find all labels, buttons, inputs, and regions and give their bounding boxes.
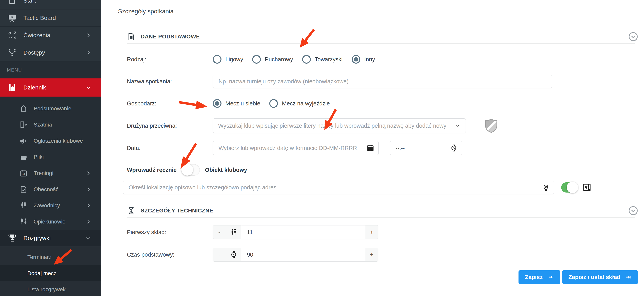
time-field: [390, 141, 462, 155]
main-content: Szczegóły spotkania DANE PODSTAWOWE Rodz…: [101, 0, 644, 296]
dziennik-submenu: Podsumowanie Szatnia Ogłoszenia klubowe …: [0, 97, 101, 230]
field-label: Pierwszy skład:: [127, 229, 213, 235]
sidebar-item-label: Obecność: [34, 186, 58, 193]
location-mode-toggle[interactable]: [182, 164, 200, 176]
sidebar-item-pliki[interactable]: Pliki: [0, 149, 101, 165]
radio-mecz-u-siebie[interactable]: Mecz u siebie: [213, 99, 260, 108]
radio-inny[interactable]: Inny: [352, 55, 375, 64]
stepper-decrement-button[interactable]: -: [213, 248, 226, 261]
radio-pucharowy[interactable]: Pucharowy: [252, 55, 293, 64]
stepper-increment-button[interactable]: +: [365, 248, 378, 261]
save-button[interactable]: Zapisz: [518, 270, 560, 284]
sidebar-item-opiekunowie[interactable]: Opiekunowie: [0, 214, 101, 230]
radio-mecz-na-wyjezdzie[interactable]: Mecz na wyjeździe: [269, 99, 330, 108]
date-field: [213, 141, 379, 155]
match-name-input[interactable]: [213, 75, 552, 88]
collapse-circle-icon[interactable]: [628, 206, 638, 216]
sidebar-item-treningi[interactable]: 31 Treningi: [0, 165, 101, 181]
club-object-label: Obiekt klubowy: [205, 167, 247, 173]
radio-dot[interactable]: [213, 55, 222, 64]
chevron-right-icon: [85, 186, 91, 192]
book-icon: [7, 83, 18, 92]
drive-icon: [19, 153, 28, 161]
form-actions: Zapisz Zapisz i ustal skład: [127, 270, 638, 284]
sidebar-item-label: Tactic Board: [24, 15, 56, 21]
sidebar-item-tactic-board[interactable]: Tactic Board: [0, 10, 101, 27]
section-title: SZCZEGÓŁY TECHNICZNE: [141, 208, 213, 214]
sidebar-item-dostepy[interactable]: Dostępy: [0, 44, 101, 62]
sidebar-item-label: Rozgrywki: [24, 235, 50, 241]
save-and-squad-button-label: Zapisz i ustal skład: [568, 274, 620, 280]
sidebar-item-label: Pliki: [34, 154, 44, 160]
section-header-basic: DANE PODSTAWOWE: [127, 32, 638, 42]
sidebar-item-start[interactable]: Start: [0, 0, 101, 10]
map-book-icon[interactable]: [582, 183, 592, 192]
sidebar-item-podsumowanie[interactable]: Podsumowanie: [0, 100, 101, 117]
chevron-down-icon: [455, 123, 460, 128]
field-nazwa: Nazwa spotkania:: [127, 75, 638, 88]
sidebar-item-terminarz[interactable]: Terminarz: [0, 249, 101, 265]
sidebar-item-dodaj-mecz[interactable]: Dodaj mecz: [0, 265, 101, 281]
squad-size-stepper: - +: [213, 225, 378, 239]
field-pierwszy-sklad: Pierwszy skład: - +: [127, 225, 638, 239]
sidebar-item-rozgrywki[interactable]: Rozgrywki: [0, 230, 101, 246]
squad-size-input[interactable]: [241, 225, 365, 239]
field-rodzaj: Rodzaj: Ligowy Pucharowy Towarzyski Inny: [127, 50, 638, 68]
radio-towarzyski[interactable]: Towarzyski: [302, 55, 343, 64]
document-icon: [127, 32, 136, 41]
megaphone-icon: [19, 137, 28, 145]
field-gospodarz: Gospodarz: Mecz u siebie Mecz na wyjeźdz…: [127, 95, 638, 112]
sidebar-item-zawodnicy[interactable]: Zawodnicy: [0, 198, 101, 214]
sidebar-item-obecnosc[interactable]: Obecność: [0, 181, 101, 198]
sidebar-item-label: Podsumowanie: [34, 105, 71, 112]
sidebar-item-label: Terminarz: [27, 254, 52, 260]
radio-label: Mecz u siebie: [226, 100, 260, 107]
sidebar-menu-label: MENU: [0, 62, 101, 78]
radio-dot-selected[interactable]: [352, 55, 360, 64]
field-label: Nazwa spotkania:: [127, 78, 213, 85]
calendar-31-icon: 31: [19, 169, 28, 177]
date-input[interactable]: [213, 141, 379, 155]
sidebar-item-lista-rozgrywek[interactable]: Lista rozgrywek: [0, 281, 101, 296]
radio-dot[interactable]: [302, 55, 311, 64]
stepper-increment-button[interactable]: +: [365, 225, 378, 239]
chevron-right-icon: [85, 219, 91, 225]
field-czas-podstawowy: Czas podstawowy: - +: [127, 248, 638, 261]
stepper-decrement-button[interactable]: -: [213, 225, 226, 239]
sidebar-item-ogloszenia[interactable]: Ogłoszenia klubowe: [0, 133, 101, 149]
toggle-knob: [567, 182, 578, 193]
toggle-knob: [181, 164, 193, 176]
guardians-icon: [19, 218, 28, 226]
home-icon: [7, 0, 18, 5]
sidebar-item-szatnia[interactable]: Szatnia: [0, 117, 101, 133]
save-and-squad-button[interactable]: Zapisz i ustal skład: [562, 270, 638, 284]
chevron-right-icon: [85, 50, 91, 56]
map-toggle[interactable]: [561, 182, 578, 193]
svg-text:31: 31: [22, 172, 25, 176]
radio-label: Towarzyski: [315, 56, 343, 63]
sidebar-item-label: Dodaj mecz: [27, 270, 56, 276]
section-header-technical: SZCZEGÓŁY TECHNICZNE: [127, 206, 638, 216]
chevron-down-icon: [85, 235, 91, 241]
location-input[interactable]: [123, 181, 554, 194]
radio-ligowy[interactable]: Ligowy: [213, 55, 243, 64]
trophy-icon: [7, 233, 18, 243]
doc-check-icon: [19, 185, 28, 194]
sidebar-item-cwiczenia[interactable]: Ćwiczenia: [0, 27, 101, 44]
radio-dot-selected[interactable]: [213, 99, 222, 108]
sidebar-item-label: Lista rozgrywek: [27, 286, 66, 293]
sidebar-item-dziennik[interactable]: Dziennik: [0, 78, 101, 97]
watch-icon: [226, 248, 241, 261]
opponent-club-select[interactable]: Wyszukaj klub wpisując pierwsze litery n…: [213, 118, 466, 133]
field-data: Data:: [127, 141, 638, 155]
radio-dot[interactable]: [252, 55, 261, 64]
base-time-input[interactable]: [241, 248, 365, 261]
time-input[interactable]: [390, 141, 462, 155]
sidebar-item-label: Zawodnicy: [34, 202, 60, 209]
chevron-right-icon: [85, 203, 91, 209]
collapse-circle-icon[interactable]: [628, 32, 638, 42]
radio-dot[interactable]: [269, 99, 278, 108]
page-title: Szczegóły spotkania: [118, 8, 644, 15]
sidebar-item-label: Treningi: [34, 170, 53, 176]
tactic-board-icon: [7, 13, 18, 23]
